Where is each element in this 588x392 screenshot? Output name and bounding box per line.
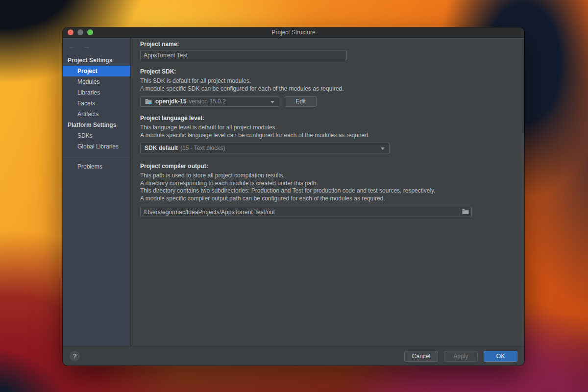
- sdk-version: version 15.0.2: [189, 98, 225, 105]
- compiler-output-desc-3: This directory contains two subdirectori…: [140, 187, 524, 195]
- back-icon[interactable]: ←: [69, 42, 75, 50]
- dialog-footer: ? Cancel Apply OK: [63, 346, 524, 366]
- language-level-desc-2: A module specific language level can be …: [140, 132, 524, 140]
- sidebar-item-artifacts[interactable]: Artifacts: [63, 109, 130, 120]
- compiler-output-desc-2: A directory corresponding to each module…: [140, 180, 524, 188]
- sidebar-item-sdks[interactable]: SDKs: [63, 130, 130, 141]
- project-name-label: Project name:: [140, 41, 524, 48]
- project-name-input[interactable]: [140, 50, 347, 60]
- project-sdk-dropdown[interactable]: openjdk-15 version 15.0.2: [140, 96, 279, 107]
- main-panel: Project name: Project SDK: This SDK is d…: [131, 38, 524, 346]
- project-structure-dialog: Project Structure ← → Project Settings P…: [63, 27, 524, 366]
- sidebar-header-project-settings: Project Settings: [63, 55, 130, 66]
- sidebar-item-modules[interactable]: Modules: [63, 76, 130, 87]
- titlebar[interactable]: Project Structure: [63, 27, 524, 38]
- help-icon[interactable]: ?: [70, 351, 80, 361]
- sidebar-item-global-libraries[interactable]: Global Libraries: [63, 141, 130, 152]
- project-sdk-label: Project SDK:: [140, 68, 524, 75]
- sidebar-item-problems[interactable]: Problems: [63, 161, 130, 172]
- edit-sdk-button[interactable]: Edit: [285, 96, 317, 107]
- cancel-button[interactable]: Cancel: [404, 351, 438, 362]
- compiler-output-path-input[interactable]: [140, 207, 472, 217]
- sidebar-item-facets[interactable]: Facets: [63, 98, 130, 109]
- sidebar-item-libraries[interactable]: Libraries: [63, 87, 130, 98]
- close-icon[interactable]: [68, 29, 74, 35]
- minimize-icon: [77, 29, 83, 35]
- sidebar-divider: [63, 157, 130, 157]
- sidebar: ← → Project Settings Project Modules Lib…: [63, 38, 131, 346]
- language-level-desc-1: This language level is default for all p…: [140, 124, 524, 132]
- sidebar-header-platform-settings: Platform Settings: [63, 120, 130, 130]
- language-level-label: Project language level:: [140, 115, 524, 122]
- forward-icon[interactable]: →: [83, 42, 90, 50]
- window-title: Project Structure: [271, 29, 315, 36]
- ok-button[interactable]: OK: [484, 351, 517, 362]
- project-sdk-desc-1: This SDK is default for all project modu…: [140, 77, 524, 85]
- compiler-output-desc-1: This path is used to store all project c…: [140, 172, 524, 180]
- traffic-lights: [68, 29, 93, 35]
- language-level-dropdown[interactable]: SDK default (15 - Text blocks): [140, 143, 390, 153]
- language-level-value: SDK default: [145, 145, 178, 151]
- zoom-icon[interactable]: [87, 29, 93, 35]
- language-level-detail: (15 - Text blocks): [180, 145, 225, 151]
- apply-button[interactable]: Apply: [444, 351, 478, 362]
- chevron-down-icon: [381, 147, 385, 150]
- sidebar-item-project[interactable]: Project: [63, 66, 130, 76]
- compiler-output-desc-4: A module specific compiler output path c…: [140, 195, 524, 203]
- project-sdk-desc-2: A module specific SDK can be configured …: [140, 85, 524, 93]
- java-sdk-icon: [145, 98, 152, 105]
- compiler-output-label: Project compiler output:: [140, 163, 524, 170]
- browse-folder-icon[interactable]: [462, 209, 469, 215]
- chevron-down-icon: [270, 101, 274, 103]
- sdk-name: openjdk-15: [155, 98, 186, 105]
